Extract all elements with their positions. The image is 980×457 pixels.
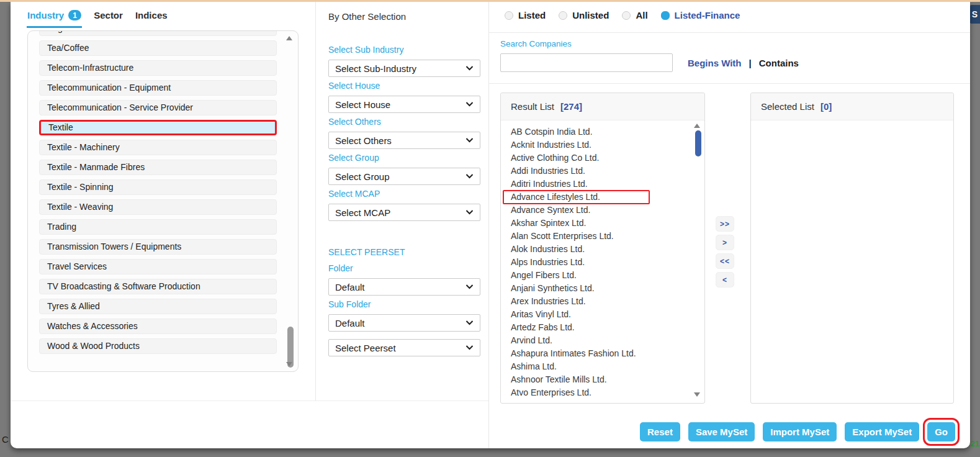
radio-icon[interactable]: [505, 11, 513, 20]
begins-with-option[interactable]: Begins With: [688, 58, 742, 68]
other-selection-panel: By Other Selection Select Sub Industry S…: [315, 2, 489, 400]
listing-type-option[interactable]: Unlisted: [559, 10, 609, 20]
classification-tab[interactable]: Industry 1: [27, 10, 82, 28]
scroll-down-icon[interactable]: [694, 392, 700, 397]
radio-label: Listed: [518, 10, 546, 20]
industry-list-item[interactable]: Watches & Accessories: [39, 319, 277, 334]
classification-tabs: Industry 1 Sector Indices: [27, 10, 168, 28]
divider: [11, 400, 489, 401]
company-list-item[interactable]: Alps Industries Ltd.: [511, 256, 704, 269]
action-button[interactable]: Export MySet: [845, 422, 919, 441]
transfer-buttons: >> > << <: [716, 216, 734, 287]
scroll-down-icon[interactable]: [286, 362, 292, 366]
company-list-item[interactable]: Acknit Industries Ltd.: [511, 138, 704, 152]
filter-select[interactable]: Select Sub-Industry: [328, 60, 480, 77]
action-button[interactable]: Import MySet: [763, 422, 837, 441]
filter-select[interactable]: Select Group: [328, 168, 480, 185]
industry-list-item[interactable]: Telecom-Infrastructure: [39, 60, 277, 76]
scrollbar-thumb[interactable]: [695, 130, 701, 156]
classification-tab[interactable]: Sector: [93, 10, 124, 28]
company-list-item[interactable]: Anjani Synthetics Ltd.: [511, 282, 704, 295]
transfer-button[interactable]: <: [716, 272, 734, 287]
filter-select[interactable]: Select Others: [328, 132, 480, 149]
company-list-item[interactable]: Addi Industries Ltd.: [511, 165, 704, 178]
select-value: Select Others: [335, 135, 392, 146]
industry-list-item[interactable]: Wood & Wood Products: [39, 338, 277, 354]
action-button[interactable]: Reset: [640, 422, 680, 441]
radio-icon[interactable]: [622, 11, 631, 20]
filter-group: Select Others Select Others: [328, 117, 489, 149]
radio-icon[interactable]: [559, 11, 567, 20]
industry-list-item[interactable]: Telecommunication - Equipment: [39, 80, 277, 96]
result-list-title: Result List: [511, 101, 554, 112]
radio-icon[interactable]: [661, 11, 670, 20]
company-list-item[interactable]: Ashnoor Textile Mills Ltd.: [511, 373, 704, 386]
chevron-down-icon: [465, 102, 474, 107]
mode-separator: |: [749, 58, 752, 68]
classification-tab[interactable]: Indices: [135, 10, 168, 28]
industry-list-item[interactable]: Sugar: [39, 30, 277, 36]
search-label: Search Companies: [500, 39, 572, 48]
filter-select[interactable]: Select MCAP: [328, 204, 480, 221]
company-list-item[interactable]: Alok Industries Ltd.: [511, 243, 704, 256]
company-list-item[interactable]: AB Cotspin India Ltd.: [511, 125, 704, 138]
company-list-item[interactable]: Alan Scott Enterprises Ltd.: [511, 230, 704, 243]
search-companies-input[interactable]: [500, 53, 673, 72]
company-list-item[interactable]: Aditri Industries Ltd.: [511, 178, 704, 191]
filter-label: Select Sub Industry: [328, 45, 489, 55]
result-list: Result List [274] AB Cotspin India Ltd. …: [500, 93, 705, 404]
filter-label: Select Others: [328, 117, 489, 127]
scroll-up-icon[interactable]: [286, 36, 292, 40]
industry-list-item[interactable]: Textile - Spinning: [39, 179, 277, 195]
industry-list-item[interactable]: Tea/Coffee: [39, 40, 277, 56]
transfer-button[interactable]: >>: [716, 216, 734, 232]
chevron-down-icon: [465, 320, 474, 325]
industry-list-item[interactable]: Trading: [39, 219, 277, 235]
listing-type-option[interactable]: Listed-Finance: [661, 10, 740, 20]
action-button[interactable]: Go: [927, 422, 955, 441]
company-list-item[interactable]: Active Clothing Co Ltd.: [511, 152, 704, 165]
filter-select[interactable]: Default: [328, 314, 480, 332]
company-list-item[interactable]: Advance Syntex Ltd.: [511, 204, 704, 217]
transfer-button[interactable]: >: [716, 235, 734, 250]
industry-list-item[interactable]: Tyres & Allied: [39, 299, 277, 314]
company-list-item[interactable]: Atvo Enterprises Ltd.: [511, 386, 704, 399]
filter-label: Select House: [328, 81, 489, 91]
industry-list-item[interactable]: Textile - Machinery: [39, 140, 277, 155]
listing-type-option[interactable]: Listed: [505, 10, 546, 20]
company-list-item[interactable]: Arex Industries Ltd.: [511, 295, 704, 308]
listing-type-option[interactable]: All: [622, 10, 647, 20]
filter-select[interactable]: Select House: [328, 96, 480, 113]
select-value: Select Sub-Industry: [335, 63, 416, 74]
selected-list-header: Selected List [0]: [751, 93, 953, 120]
industry-list-item[interactable]: Textile - Manmade Fibres: [39, 160, 277, 175]
action-button[interactable]: Save MySet: [688, 422, 755, 441]
industry-list-item[interactable]: Transmission Towers / Equipments: [39, 239, 277, 255]
scroll-up-icon[interactable]: [694, 124, 700, 128]
result-list-body: AB Cotspin India Ltd. Acknit Industries …: [501, 120, 704, 403]
industry-list-item[interactable]: Travel Services: [39, 259, 277, 274]
transfer-button[interactable]: <<: [716, 253, 734, 269]
company-list-item[interactable]: Arvind Ltd.: [511, 334, 704, 347]
select-value: Select MCAP: [335, 207, 390, 218]
company-list-item[interactable]: Ashapura Intimates Fashion Ltd.: [511, 347, 704, 360]
select-value: Default: [335, 318, 365, 328]
contains-option[interactable]: Contains: [759, 58, 799, 68]
filter-select[interactable]: Select Peerset: [328, 339, 480, 356]
industry-list-item[interactable]: Telecommunication - Service Provider: [39, 100, 277, 115]
action-buttons: Reset Save MySet Import MySet Export MyS…: [640, 422, 955, 441]
company-list-item[interactable]: Angel Fibers Ltd.: [511, 269, 704, 282]
radio-label: Listed-Finance: [675, 10, 740, 20]
company-list-item[interactable]: Ashima Ltd.: [511, 360, 704, 373]
result-list-count: [274]: [560, 101, 582, 112]
industry-list-item[interactable]: TV Broadcasting & Software Production: [39, 279, 277, 294]
company-list-item[interactable]: Akshar Spintex Ltd.: [511, 217, 704, 230]
company-list-item[interactable]: Aritas Vinyl Ltd.: [511, 308, 704, 321]
industry-list-item[interactable]: Textile: [39, 120, 277, 135]
industry-list-item[interactable]: Textile - Weaving: [39, 199, 277, 215]
radio-label: All: [636, 10, 647, 20]
company-list-item[interactable]: Advance Lifestyles Ltd.: [503, 190, 650, 204]
filter-select[interactable]: Default: [328, 278, 480, 296]
side-panel-tab[interactable]: S: [969, 5, 980, 24]
company-list-item[interactable]: Artedz Fabs Ltd.: [511, 321, 704, 334]
